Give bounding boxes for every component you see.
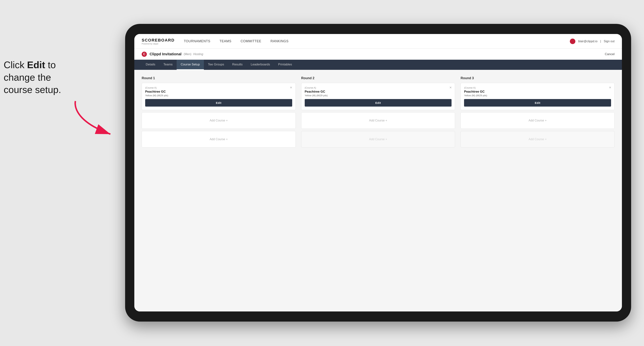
- tab-printables[interactable]: Printables: [274, 60, 296, 70]
- round-1-column: Round 1 (Course A) Peachtree GC Yellow (…: [142, 76, 296, 150]
- rounds-grid: Round 1 (Course A) Peachtree GC Yellow (…: [142, 76, 614, 150]
- sign-out-link[interactable]: Sign out: [604, 40, 614, 43]
- round-2-course-card: (Course A) Peachtree GC Yellow (M) (6629…: [301, 83, 455, 110]
- tablet-screen: SCOREBOARD Powered by clippd TOURNAMENTS…: [134, 34, 622, 312]
- nav-teams[interactable]: TEAMS: [220, 38, 232, 44]
- round-1-add-course-1[interactable]: Add Course +: [142, 112, 296, 129]
- round-3-course-name: Peachtree GC: [464, 90, 611, 94]
- round-2-add-course-1[interactable]: Add Course +: [301, 112, 455, 129]
- round-3-title: Round 3: [460, 76, 614, 80]
- round-1-add-course-2[interactable]: Add Course +: [142, 131, 296, 148]
- tab-leaderboards[interactable]: Leaderboards: [247, 60, 274, 70]
- round-3-edit-button[interactable]: Edit: [464, 99, 611, 107]
- logo-sub: Powered by clippd: [142, 43, 174, 45]
- round-2-course-label: (Course A): [305, 86, 452, 89]
- round-3-course-card: (Course A) Peachtree GC Yellow (M) (6629…: [460, 83, 614, 110]
- round-3-delete-icon[interactable]: ✕: [608, 85, 612, 90]
- cancel-button[interactable]: Cancel: [605, 52, 614, 56]
- round-1-title: Round 1: [142, 76, 296, 80]
- tab-teams[interactable]: Teams: [159, 60, 177, 70]
- round-1-course-name: Peachtree GC: [145, 90, 292, 94]
- nav-tournaments[interactable]: TOURNAMENTS: [184, 38, 210, 44]
- tab-results[interactable]: Results: [228, 60, 247, 70]
- round-1-delete-icon[interactable]: ✕: [289, 85, 293, 90]
- user-email: blair@clippd.io: [578, 40, 598, 43]
- round-3-course-details: Yellow (M) (6629 yds): [464, 94, 611, 97]
- nav-rankings[interactable]: RANKINGS: [270, 38, 288, 44]
- bold-edit: Edit: [27, 59, 45, 70]
- round-3-add-course-2: Add Course +: [460, 131, 614, 148]
- sub-header-title: Clippd Invitational: [150, 52, 182, 56]
- round-1-course-details: Yellow (M) (6629 yds): [145, 94, 292, 97]
- round-3-add-course-1[interactable]: Add Course +: [460, 112, 614, 129]
- round-2-course-details: Yellow (M) (6629 yds): [305, 94, 452, 97]
- tab-course-setup[interactable]: Course Setup: [177, 60, 204, 70]
- nav-divider: |: [600, 40, 601, 43]
- scoreboard-logo: SCOREBOARD Powered by clippd: [142, 38, 174, 45]
- sub-header-gender: (Men): [184, 53, 191, 56]
- sub-header-status: Hosting: [193, 53, 203, 56]
- round-1-course-card: (Course A) Peachtree GC Yellow (M) (6629…: [142, 83, 296, 110]
- nav-committee[interactable]: COMMITTEE: [241, 38, 262, 44]
- nav-right: blair@clippd.io | Sign out: [570, 39, 614, 44]
- sub-header-logo: C: [142, 52, 147, 57]
- main-content: Round 1 (Course A) Peachtree GC Yellow (…: [134, 70, 622, 312]
- round-3-column: Round 3 (Course A) Peachtree GC Yellow (…: [460, 76, 614, 150]
- nav-links: TOURNAMENTS TEAMS COMMITTEE RANKINGS: [184, 38, 570, 44]
- round-2-course-name: Peachtree GC: [305, 90, 452, 94]
- round-3-course-label: (Course A): [464, 86, 611, 89]
- tab-tee-groups[interactable]: Tee Groups: [204, 60, 228, 70]
- logo-title: SCOREBOARD: [142, 38, 174, 43]
- tab-bar: Details Teams Course Setup Tee Groups Re…: [134, 60, 622, 70]
- round-2-title: Round 2: [301, 76, 455, 80]
- instruction-text: Click Edit tochange thecourse setup.: [4, 59, 81, 96]
- tablet-frame: SCOREBOARD Powered by clippd TOURNAMENTS…: [125, 24, 631, 322]
- round-2-add-course-2: Add Course +: [301, 131, 455, 148]
- top-nav: SCOREBOARD Powered by clippd TOURNAMENTS…: [134, 34, 622, 49]
- round-1-course-label: (Course A): [145, 86, 292, 89]
- sub-header: C Clippd Invitational (Men) Hosting Canc…: [134, 49, 622, 60]
- round-2-delete-icon[interactable]: ✕: [448, 85, 453, 90]
- tab-details[interactable]: Details: [142, 60, 159, 70]
- round-1-edit-button[interactable]: Edit: [145, 99, 292, 107]
- round-2-column: Round 2 (Course A) Peachtree GC Yellow (…: [301, 76, 455, 150]
- round-2-edit-button[interactable]: Edit: [305, 99, 452, 107]
- user-avatar: [570, 39, 575, 44]
